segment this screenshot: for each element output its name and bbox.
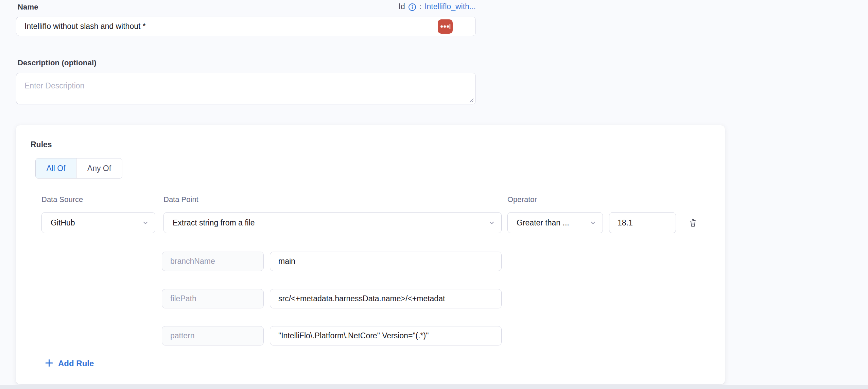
chevron-down-icon (141, 219, 150, 227)
rules-title: Rules (31, 140, 52, 149)
data-source-select[interactable]: GitHub (41, 212, 155, 233)
param-key-input[interactable] (162, 326, 264, 345)
description-textarea[interactable] (16, 73, 476, 104)
param-key-input[interactable] (162, 289, 264, 308)
operator-value: Greater than ... (517, 218, 569, 227)
description-label: Description (optional) (18, 58, 97, 67)
info-icon[interactable] (408, 3, 416, 11)
data-point-label: Data Point (163, 195, 198, 204)
delete-rule-button[interactable] (683, 214, 703, 231)
chevron-down-icon (488, 219, 496, 227)
id-colon: : (419, 2, 421, 11)
name-input[interactable] (16, 17, 476, 36)
data-point-value: Extract string from a file (173, 218, 255, 227)
operator-label: Operator (507, 195, 537, 204)
match-type-segment-group: All Of Any Of (35, 158, 122, 179)
id-value-link[interactable]: Intelliflo_with... (424, 2, 476, 11)
any-of-button[interactable]: Any Of (76, 158, 122, 178)
rule-editor-screen: Name Id : Intelliflo_with... Description… (0, 0, 868, 389)
data-point-select[interactable]: Extract string from a file (163, 212, 502, 233)
add-rule-button[interactable]: Add Rule (45, 358, 94, 369)
param-value-input[interactable] (270, 252, 502, 271)
operator-threshold-input[interactable] (609, 212, 676, 233)
id-prefix-label: Id (399, 2, 405, 11)
data-source-label: Data Source (41, 195, 83, 204)
plus-icon (45, 358, 54, 369)
footer-divider (0, 385, 868, 389)
trash-icon (687, 217, 699, 229)
textarea-resize-handle[interactable] (468, 97, 474, 105)
operator-select[interactable]: Greater than ... (507, 212, 603, 233)
data-source-value: GitHub (51, 218, 75, 227)
add-rule-label: Add Rule (58, 359, 94, 368)
chevron-down-icon (589, 219, 597, 227)
id-row: Id : Intelliflo_with... (16, 2, 476, 11)
password-manager-icon[interactable] (438, 19, 453, 34)
param-value-input[interactable] (270, 326, 502, 345)
param-key-input[interactable] (162, 252, 264, 271)
param-value-input[interactable] (270, 289, 502, 308)
all-of-button[interactable]: All Of (36, 158, 76, 178)
rules-card: Rules All Of Any Of Data Source Data Poi… (16, 125, 725, 384)
